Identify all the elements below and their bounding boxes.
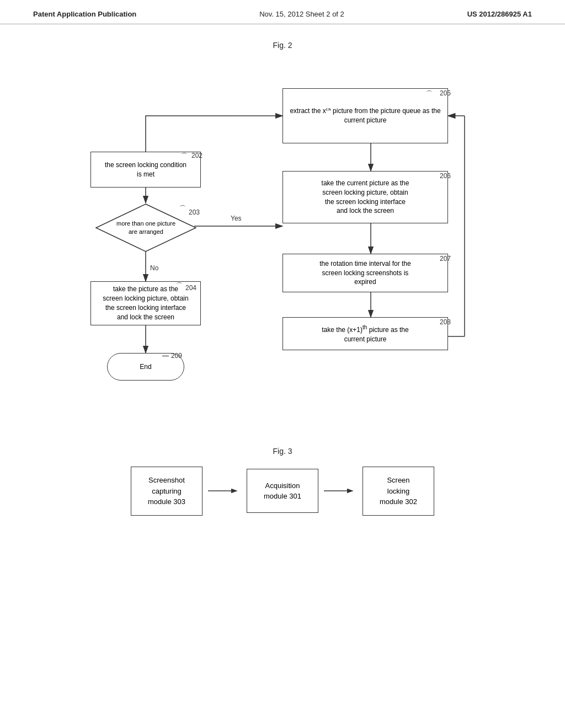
arrow-2 <box>318 485 363 496</box>
screenshot-capturing-module: Screenshotcapturingmodule 303 <box>131 467 202 516</box>
screen-locking-module: Screenlockingmodule 302 <box>363 467 434 516</box>
ref-206: 206 <box>440 172 451 180</box>
box-208: take the (x+1)th picture as thecurrent p… <box>282 317 448 350</box>
arrow-1 <box>202 485 247 496</box>
fig2-flowchart: Yes No e <box>45 55 520 441</box>
ref-209: 209 <box>171 352 182 360</box>
header-right: US 2012/286925 A1 <box>467 10 532 18</box>
main-content: Fig. 2 Yes No <box>0 41 565 516</box>
page-header: Patent Application Publication Nov. 15, … <box>0 0 565 24</box>
ref-204: 204 <box>185 284 196 292</box>
ref-207: 207 <box>440 255 451 263</box>
ref-202: 202 <box>191 152 202 159</box>
fig3-label: Fig. 3 <box>33 447 532 456</box>
ref-203: 203 <box>189 208 200 216</box>
header-center: Nov. 15, 2012 Sheet 2 of 2 <box>259 10 344 18</box>
fig2-label: Fig. 2 <box>33 41 532 50</box>
box-207: the rotation time interval for thescreen… <box>282 254 448 292</box>
ref-205: 205 <box>440 89 451 97</box>
acquisition-module: Acquisitionmodule 301 <box>247 469 318 513</box>
svg-text:No: No <box>150 264 159 272</box>
svg-text:Yes: Yes <box>231 215 242 222</box>
box-204: take the picture as thescreen locking pi… <box>90 281 201 325</box>
ref-208: 208 <box>440 318 451 326</box>
box-206: take the current picture as thescreen lo… <box>282 171 448 223</box>
box-205: extract the xᵗʰ picture from the picture… <box>282 88 448 143</box>
module-diagram: Screenshotcapturingmodule 303 Acquisitio… <box>89 467 476 516</box>
header-left: Patent Application Publication <box>33 10 136 18</box>
